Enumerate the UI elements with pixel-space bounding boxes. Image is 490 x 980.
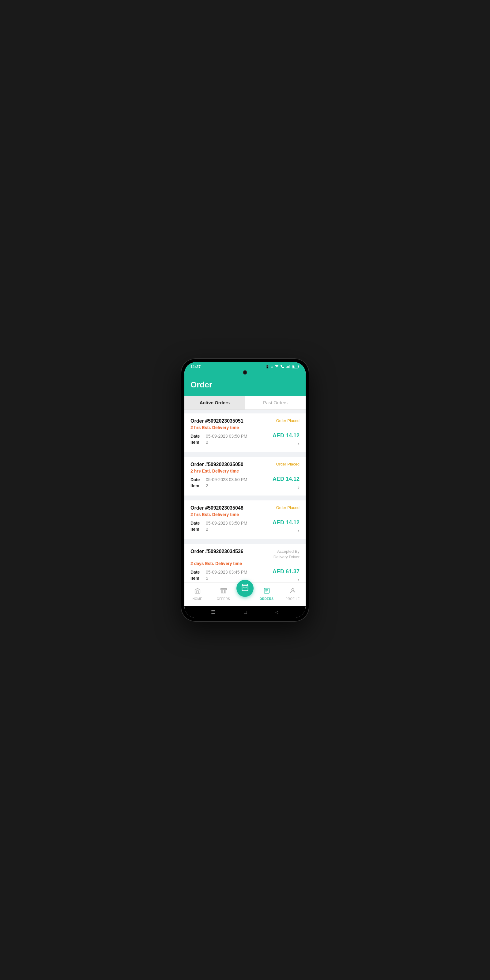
date-row-4: Date 05-09-2023 03:45 PM — [191, 570, 272, 574]
order-right-1: AED 14.12 › — [272, 433, 299, 447]
nav-item-profile[interactable]: PROFILE — [280, 587, 305, 601]
svg-text:30: 30 — [293, 366, 295, 368]
item-value-2: 2 — [206, 483, 208, 488]
offers-label: OFFERS — [217, 597, 230, 601]
home-label: HOME — [192, 597, 202, 601]
phone-screen: 11:37 📳 ⊙ — [185, 362, 305, 618]
order-right-2: AED 14.12 › — [272, 476, 299, 491]
app-header: Order — [185, 376, 305, 396]
tabs-container: Active Orders Past Orders — [185, 396, 305, 410]
date-label-1: Date — [191, 434, 204, 439]
order-meta-left-3: Date 05-09-2023 03:50 PM Item 2 — [191, 520, 272, 533]
order-status-4: Accepted ByDelivery Driver — [274, 549, 299, 560]
order-price-4: AED 61.37 — [272, 568, 299, 575]
svg-rect-2 — [288, 366, 289, 368]
back-icon[interactable]: ◁ — [275, 609, 279, 615]
order-header-3: Order #5092023035048 Order Placed — [191, 505, 299, 511]
cart-button[interactable] — [236, 580, 254, 597]
order-meta-3: Date 05-09-2023 03:50 PM Item 2 AED 14.1… — [191, 519, 299, 534]
chevron-right-icon-3: › — [298, 528, 299, 534]
tab-past-orders[interactable]: Past Orders — [245, 396, 305, 409]
location-icon: ⊙ — [271, 365, 273, 368]
status-bar: 11:37 📳 ⊙ — [185, 362, 305, 370]
order-number-3: Order #5092023035048 — [191, 505, 243, 511]
delivery-time-1: 2 hrs Esti. Delivery time — [191, 425, 299, 430]
delivery-time-3: 2 hrs Esti. Delivery time — [191, 512, 299, 517]
date-value-4: 05-09-2023 03:45 PM — [206, 570, 247, 574]
order-card-1[interactable]: Order #5092023035051 Order Placed 2 hrs … — [185, 414, 305, 452]
date-label-4: Date — [191, 570, 204, 574]
date-row-1: Date 05-09-2023 03:50 PM — [191, 434, 272, 439]
call-icon — [280, 365, 284, 369]
order-header-2: Order #5092023035050 Order Placed — [191, 462, 299, 467]
vibrate-icon: 📳 — [266, 365, 269, 368]
order-right-3: AED 14.12 › — [272, 519, 299, 534]
nav-item-offers[interactable]: OFFERS — [210, 587, 236, 601]
orders-list: Order #5092023035051 Order Placed 2 hrs … — [185, 410, 305, 582]
separator-1 — [185, 453, 305, 456]
home-icon — [194, 587, 201, 596]
cart-icon — [241, 584, 249, 593]
delivery-time-2: 2 hrs Esti. Delivery time — [191, 469, 299, 474]
separator-2 — [185, 497, 305, 499]
item-row-2: Item 2 — [191, 483, 272, 488]
tab-active-orders[interactable]: Active Orders — [185, 396, 245, 409]
date-label-3: Date — [191, 520, 204, 525]
order-number-4: Order #5092023034536 — [191, 549, 243, 554]
chevron-right-icon-1: › — [298, 441, 299, 447]
order-meta-2: Date 05-09-2023 03:50 PM Item 2 AED 14.1… — [191, 476, 299, 491]
item-row-3: Item 2 — [191, 527, 272, 531]
order-header-1: Order #5092023035051 Order Placed — [191, 418, 299, 424]
order-price-2: AED 14.12 — [272, 476, 299, 482]
order-status-2: Order Placed — [276, 462, 299, 466]
nav-item-home[interactable]: HOME — [185, 587, 210, 601]
order-meta-1: Date 05-09-2023 03:50 PM Item 2 AED 14.1… — [191, 433, 299, 447]
bottom-nav: HOME OFFERS — [185, 582, 305, 606]
date-value-1: 05-09-2023 03:50 PM — [206, 434, 247, 439]
order-price-1: AED 14.12 — [272, 433, 299, 439]
camera-dot — [243, 370, 247, 375]
date-row-3: Date 05-09-2023 03:50 PM — [191, 520, 272, 525]
date-value-3: 05-09-2023 03:50 PM — [206, 520, 247, 525]
order-meta-left-1: Date 05-09-2023 03:50 PM Item 2 — [191, 434, 272, 446]
offers-icon — [220, 587, 227, 596]
delivery-time-4: 2 days Esti. Delivery time — [191, 561, 299, 566]
order-card-3[interactable]: Order #5092023035048 Order Placed 2 hrs … — [185, 500, 305, 539]
item-row-1: Item 2 — [191, 440, 272, 445]
chevron-right-icon-2: › — [298, 484, 299, 491]
orders-label: ORDERS — [260, 597, 274, 601]
orders-icon — [263, 587, 270, 596]
item-label-4: Item — [191, 576, 204, 581]
order-card-2[interactable]: Order #5092023035050 Order Placed 2 hrs … — [185, 457, 305, 495]
chevron-right-icon-4: › — [298, 577, 299, 582]
order-right-4: AED 61.37 › — [272, 568, 299, 582]
item-value-1: 2 — [206, 440, 208, 445]
order-number-2: Order #5092023035050 — [191, 462, 243, 467]
page-title: Order — [191, 380, 212, 389]
menu-icon[interactable]: ☰ — [211, 609, 215, 615]
item-label-3: Item — [191, 527, 204, 531]
order-number-1: Order #5092023035051 — [191, 418, 243, 424]
order-price-3: AED 14.12 — [272, 519, 299, 526]
status-icons: 📳 ⊙ — [266, 365, 299, 369]
separator-3 — [185, 540, 305, 542]
svg-rect-3 — [289, 365, 290, 368]
date-value-2: 05-09-2023 03:50 PM — [206, 477, 247, 482]
svg-rect-1 — [287, 366, 288, 368]
date-label-2: Date — [191, 477, 204, 482]
camera-area — [185, 370, 305, 376]
signal-icon — [286, 365, 291, 369]
wifi-icon — [275, 365, 279, 369]
order-meta-left-2: Date 05-09-2023 03:50 PM Item 2 — [191, 477, 272, 489]
svg-rect-5 — [299, 366, 299, 367]
item-label-1: Item — [191, 440, 204, 445]
home-sys-icon[interactable]: □ — [244, 609, 247, 615]
nav-item-orders[interactable]: ORDERS — [254, 587, 280, 601]
svg-rect-0 — [286, 367, 286, 368]
item-value-3: 2 — [206, 527, 208, 531]
order-card-4[interactable]: Order #5092023034536 Accepted ByDelivery… — [185, 544, 305, 582]
profile-label: PROFILE — [285, 597, 299, 601]
order-header-4: Order #5092023034536 Accepted ByDelivery… — [191, 549, 299, 560]
item-value-4: 5 — [206, 576, 208, 581]
status-time: 11:37 — [191, 364, 200, 369]
